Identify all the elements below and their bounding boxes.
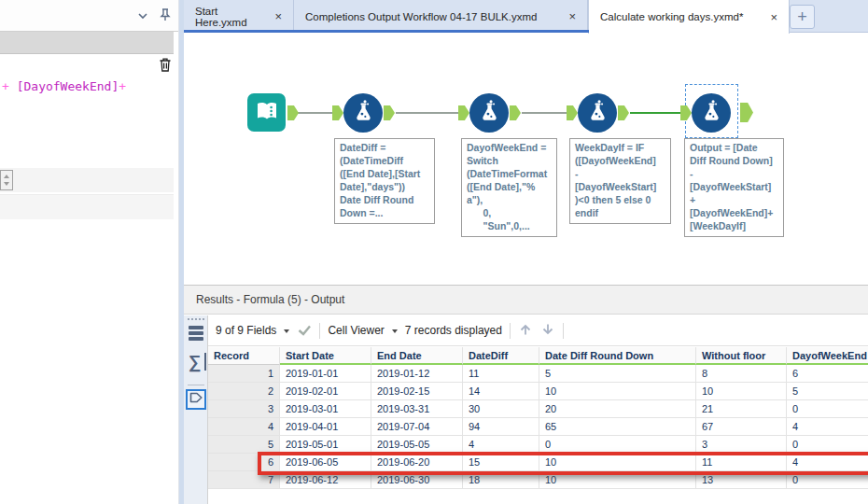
apply-check-icon[interactable]: [297, 323, 312, 339]
annotation-output[interactable]: Output = [Date Diff Round Down] - [Dayof…: [684, 138, 784, 237]
scroll-up-icon[interactable]: [518, 322, 533, 340]
cell[interactable]: 2019-07-04: [371, 418, 463, 436]
cell-record[interactable]: 4: [208, 418, 280, 436]
cell-record[interactable]: 2: [208, 383, 280, 400]
cell[interactable]: 2019-06-05: [280, 454, 371, 471]
annotation-datediff[interactable]: DateDiff = (DateTimeDiff ([End Date],[St…: [334, 138, 435, 224]
cell[interactable]: 15: [463, 454, 539, 471]
cell[interactable]: 5: [539, 365, 696, 383]
cell[interactable]: 2019-01-01: [280, 365, 371, 383]
close-icon[interactable]: ×: [568, 10, 576, 22]
cell[interactable]: 2019-01-12: [371, 365, 463, 383]
tab-completions-output-workflow[interactable]: Completions Output Workflow 04-17 BULK.y…: [294, 0, 588, 33]
cell[interactable]: 10: [539, 471, 696, 489]
stepper-up-icon[interactable]: [4, 175, 9, 178]
column-header-record[interactable]: Record: [208, 347, 280, 365]
connection-formula1-to-formula2[interactable]: [396, 112, 459, 114]
cell[interactable]: 20: [539, 400, 696, 418]
formula-tool-datediff[interactable]: [343, 93, 383, 133]
cell[interactable]: 94: [463, 418, 539, 436]
cell[interactable]: 0: [787, 436, 868, 454]
output-anchor[interactable]: [510, 105, 521, 120]
cell[interactable]: 2019-02-15: [371, 383, 463, 400]
cell-record[interactable]: 5: [208, 436, 280, 454]
formula-tool-weekdayif[interactable]: [578, 93, 617, 133]
table-view-icon[interactable]: [189, 326, 203, 341]
input-data-tool[interactable]: [247, 93, 286, 132]
output-anchor[interactable]: [618, 105, 629, 120]
cell-record-highlighted[interactable]: 6: [208, 454, 280, 471]
cell[interactable]: 2019-05-05: [371, 436, 463, 454]
cell[interactable]: 11: [696, 454, 787, 471]
cell[interactable]: 0: [787, 400, 868, 418]
cell[interactable]: 8: [696, 365, 787, 383]
quantity-stepper[interactable]: [0, 170, 13, 190]
connection-input-to-formula1[interactable]: [298, 112, 333, 114]
output-anchor-selected[interactable]: [740, 103, 753, 122]
cell[interactable]: 2019-05-01: [280, 436, 371, 454]
fields-dropdown[interactable]: 9 of 9 Fields: [216, 324, 276, 337]
column-header-datediff[interactable]: DateDiff: [463, 347, 539, 365]
cell[interactable]: 10: [539, 454, 696, 471]
column-header-start-date[interactable]: Start Date: [280, 347, 371, 365]
input-anchor[interactable]: [458, 105, 469, 120]
cell-viewer-dropdown[interactable]: Cell Viewer: [328, 324, 384, 337]
cell[interactable]: 11: [463, 365, 539, 383]
cell[interactable]: 3: [696, 436, 787, 454]
cell[interactable]: 2019-06-30: [371, 471, 463, 489]
pin-icon[interactable]: [158, 7, 173, 26]
cell[interactable]: 0: [539, 436, 696, 454]
cell[interactable]: 21: [696, 400, 787, 418]
cell[interactable]: 65: [539, 418, 696, 436]
chevron-down-icon[interactable]: [284, 329, 289, 333]
close-icon[interactable]: ×: [770, 11, 777, 23]
tab-calculate-working-days-active[interactable]: Calculate working days.yxmd* ×: [588, 0, 790, 34]
cell[interactable]: 2019-06-12: [280, 471, 371, 489]
tab-start-here[interactable]: Start Here.yxmd ×: [184, 0, 294, 33]
cell[interactable]: 0: [787, 471, 868, 489]
new-tab-button[interactable]: +: [790, 5, 815, 29]
column-header-dayofweekend[interactable]: DayofWeekEnd: [787, 347, 868, 365]
formula-expression-fragment[interactable]: + [DayofWeekEnd]+: [2, 79, 126, 93]
column-header-date-diff-round-down[interactable]: Date Diff Round Down: [539, 347, 696, 365]
cell[interactable]: 2019-06-20: [371, 454, 463, 471]
close-icon[interactable]: ×: [274, 10, 282, 22]
cell[interactable]: 6: [787, 365, 868, 383]
cell[interactable]: 2019-03-01: [280, 400, 371, 418]
sidebar-drag-handle[interactable]: [188, 318, 204, 320]
metadata-view-icon[interactable]: ∑: [189, 353, 206, 371]
formula-tool-dayofweekend[interactable]: [469, 93, 509, 133]
cell[interactable]: 2019-02-01: [280, 383, 371, 400]
cell[interactable]: 2019-04-01: [280, 418, 371, 436]
cell[interactable]: 4: [463, 436, 539, 454]
trash-icon[interactable]: [159, 57, 172, 77]
cell-record[interactable]: 3: [208, 400, 280, 418]
cell-record[interactable]: 1: [208, 365, 280, 383]
output-anchor[interactable]: [384, 105, 395, 120]
cell[interactable]: 18: [463, 471, 539, 489]
output-anchor-view-selected[interactable]: [186, 389, 206, 410]
cell[interactable]: 5: [787, 383, 868, 400]
cell[interactable]: 4: [787, 454, 868, 471]
cell[interactable]: 30: [463, 400, 539, 418]
input-anchor[interactable]: [332, 105, 343, 120]
annotation-weekdayif[interactable]: WeekDayIf = IF ([DayofWeekEnd] - [DayofW…: [569, 138, 671, 224]
input-anchor[interactable]: [567, 105, 578, 120]
chevron-down-icon[interactable]: [392, 329, 398, 333]
cell[interactable]: 13: [696, 471, 787, 489]
cell-record[interactable]: 7: [208, 471, 280, 489]
chevron-down-icon[interactable]: [136, 9, 149, 26]
cell[interactable]: 67: [696, 418, 787, 436]
stepper-down-icon[interactable]: [4, 182, 9, 186]
scroll-down-icon[interactable]: [540, 322, 555, 340]
cell[interactable]: 2019-03-31: [371, 400, 463, 418]
connection-formula3-to-formula4-selected[interactable]: [630, 112, 681, 114]
formula-tool-output-selected[interactable]: [692, 93, 731, 133]
cell[interactable]: 4: [787, 418, 868, 436]
column-header-end-date[interactable]: End Date: [371, 347, 463, 365]
annotation-dayofweekend[interactable]: DayofWeekEnd = Switch (DateTimeFormat ([…: [461, 138, 557, 237]
output-anchor[interactable]: [287, 105, 299, 120]
cell[interactable]: 10: [539, 383, 696, 400]
cell[interactable]: 10: [696, 383, 787, 400]
cell[interactable]: 14: [463, 383, 539, 400]
